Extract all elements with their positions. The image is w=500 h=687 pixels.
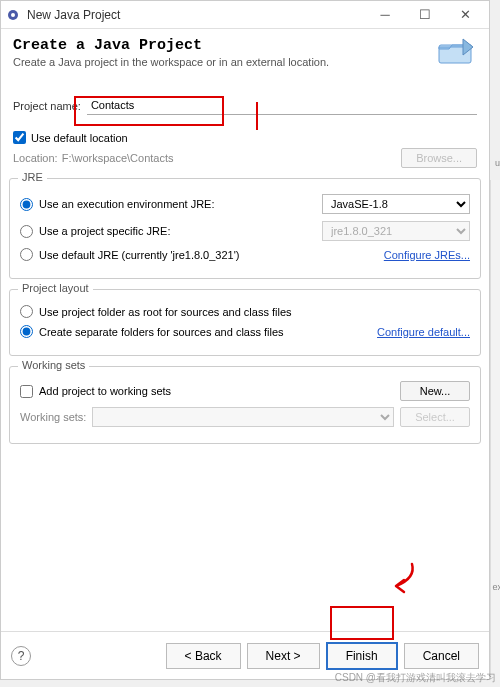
select-working-set-button: Select... xyxy=(400,407,470,427)
help-icon[interactable]: ? xyxy=(11,646,31,666)
jre-project-specific-label: Use a project specific JRE: xyxy=(39,225,322,237)
layout-group-title: Project layout xyxy=(18,282,93,294)
maximize-button[interactable]: ☐ xyxy=(405,2,445,28)
close-button[interactable]: ✕ xyxy=(445,2,485,28)
add-to-working-sets-checkbox[interactable] xyxy=(20,385,33,398)
background-strip xyxy=(490,180,500,680)
jre-default-radio[interactable] xyxy=(20,248,33,261)
jre-project-specific-select: jre1.8.0_321 xyxy=(322,221,470,241)
project-name-label: Project name: xyxy=(13,100,81,112)
location-label: Location: xyxy=(13,152,58,164)
titlebar: New Java Project ─ ☐ ✕ xyxy=(1,1,489,29)
layout-single-folder-label: Use project folder as root for sources a… xyxy=(39,306,470,318)
layout-separate-folders-label: Create separate folders for sources and … xyxy=(39,326,377,338)
jre-group: JRE Use an execution environment JRE: Ja… xyxy=(9,178,481,279)
ws-group-title: Working sets xyxy=(18,359,89,371)
jre-exec-env-select[interactable]: JavaSE-1.8 xyxy=(322,194,470,214)
browse-button[interactable]: Browse... xyxy=(401,148,477,168)
app-icon xyxy=(5,7,21,23)
use-default-location-checkbox[interactable] xyxy=(13,131,26,144)
use-default-location-label: Use default location xyxy=(31,132,128,144)
next-button[interactable]: Next > xyxy=(247,643,320,669)
minimize-button[interactable]: ─ xyxy=(365,2,405,28)
new-working-set-button[interactable]: New... xyxy=(400,381,470,401)
jre-default-label: Use default JRE (currently 'jre1.8.0_321… xyxy=(39,249,384,261)
project-layout-group: Project layout Use project folder as roo… xyxy=(9,289,481,356)
project-name-input[interactable] xyxy=(87,96,477,115)
watermark: CSDN @看我打游戏清叫我滚去学习 xyxy=(335,671,496,685)
layout-single-folder-radio[interactable] xyxy=(20,305,33,318)
location-value: F:\workspace\Contacts xyxy=(58,152,401,164)
jre-exec-env-radio[interactable] xyxy=(20,198,33,211)
jre-group-title: JRE xyxy=(18,171,47,183)
window-title: New Java Project xyxy=(27,8,365,22)
wizard-title: Create a Java Project xyxy=(13,37,477,54)
configure-jres-link[interactable]: Configure JREs... xyxy=(384,249,470,261)
working-sets-label: Working sets: xyxy=(20,411,86,423)
configure-default-link[interactable]: Configure default... xyxy=(377,326,470,338)
layout-separate-folders-radio[interactable] xyxy=(20,325,33,338)
working-sets-group: Working sets Add project to working sets… xyxy=(9,366,481,444)
back-button[interactable]: < Back xyxy=(166,643,241,669)
jre-project-specific-radio[interactable] xyxy=(20,225,33,238)
wizard-subtitle: Create a Java project in the workspace o… xyxy=(13,56,477,68)
add-to-working-sets-label: Add project to working sets xyxy=(39,385,394,397)
bg-text-1: ui xyxy=(495,158,500,168)
svg-point-1 xyxy=(11,13,15,17)
wizard-header: Create a Java Project Create a Java proj… xyxy=(1,29,489,80)
cancel-button[interactable]: Cancel xyxy=(404,643,479,669)
finish-button[interactable]: Finish xyxy=(326,642,398,670)
jre-exec-env-label: Use an execution environment JRE: xyxy=(39,198,322,210)
bg-text-3: ex xyxy=(492,582,500,592)
working-sets-select xyxy=(92,407,394,427)
wizard-banner-icon xyxy=(435,35,477,73)
